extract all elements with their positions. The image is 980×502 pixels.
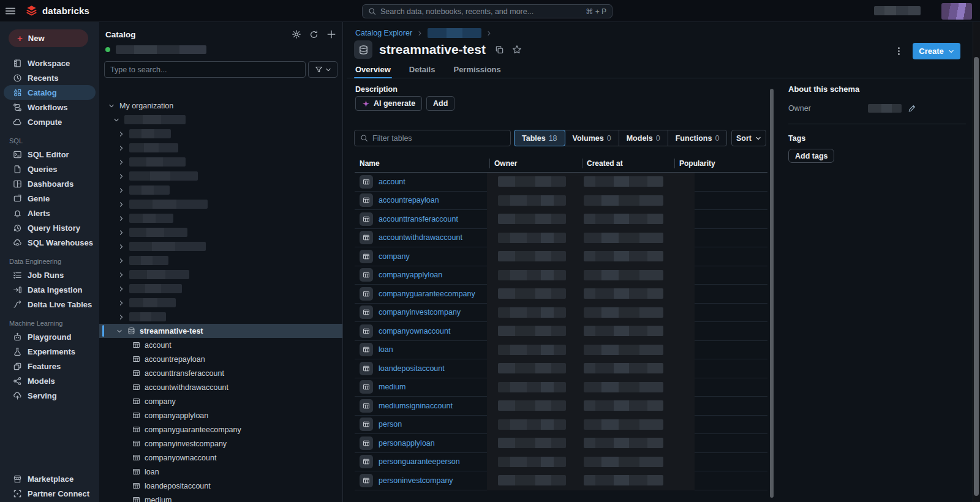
redacted-breadcrumb-item[interactable] [428, 28, 481, 38]
column-header-owner[interactable]: Owner [489, 154, 582, 172]
table-link[interactable]: companyapplyloan [379, 271, 442, 279]
pencil-icon[interactable] [908, 104, 916, 113]
table-link[interactable]: company [379, 252, 410, 261]
table-row[interactable]: medium [355, 378, 767, 397]
tree-item-accounttransferaccount[interactable]: accounttransferaccount [99, 366, 342, 380]
sidebar-item-job-runs[interactable]: Job Runs [4, 268, 96, 282]
tree-item-redacted[interactable] [99, 253, 342, 268]
sidebar-item-sql-warehouses[interactable]: SQL Warehouses [4, 235, 96, 250]
table-link[interactable]: loandepositaccount [379, 364, 445, 373]
tree-search-input[interactable] [110, 66, 300, 74]
table-name-cell[interactable]: loan [355, 341, 489, 359]
table-row[interactable]: companyguaranteecompany [355, 285, 767, 304]
column-header-name[interactable]: Name [355, 154, 489, 172]
table-link[interactable]: loan [379, 345, 393, 354]
table-name-cell[interactable]: medium [355, 378, 489, 397]
tree-item-loandepositaccount[interactable]: loandepositaccount [99, 479, 342, 493]
table-link[interactable]: account [379, 178, 405, 186]
table-link[interactable]: mediumsigninaccount [379, 402, 453, 410]
sidebar-item-query-history[interactable]: Query History [4, 220, 96, 235]
table-name-cell[interactable]: person [355, 416, 489, 434]
tree-search[interactable] [104, 61, 306, 78]
sidebar-item-models[interactable]: Models [4, 373, 96, 388]
column-header-popularity[interactable]: Popularity [674, 154, 767, 172]
table-row[interactable]: company [355, 247, 767, 266]
breadcrumb-catalog-explorer[interactable]: Catalog Explorer [355, 29, 412, 37]
tree-item-companyapplyloan[interactable]: companyapplyloan [99, 408, 342, 422]
new-button[interactable]: + New [9, 29, 88, 47]
table-link[interactable]: person [379, 420, 402, 429]
table-row[interactable]: accountwithdrawaccount [355, 229, 767, 248]
table-link[interactable]: accountrepayloan [379, 196, 439, 204]
table-row[interactable]: accounttransferaccount [355, 210, 767, 229]
hamburger-menu-icon[interactable] [0, 6, 21, 17]
table-link[interactable]: companyinvestcompany [379, 308, 461, 317]
add-catalog-icon[interactable] [326, 29, 336, 39]
table-link[interactable]: companyguaranteecompany [379, 290, 475, 298]
table-name-cell[interactable]: loandepositaccount [355, 359, 489, 378]
tree-item-accountrepayloan[interactable]: accountrepayloan [99, 352, 342, 366]
table-row[interactable]: person [355, 416, 767, 435]
table-link[interactable]: accountwithdrawaccount [379, 233, 462, 242]
tree-item-company[interactable]: company [99, 394, 342, 408]
refresh-icon[interactable] [309, 30, 318, 39]
star-icon[interactable] [512, 45, 522, 54]
table-row[interactable]: personinvestcompany [355, 471, 767, 490]
sidebar-item-partner-connect[interactable]: Partner Connect [4, 486, 96, 501]
table-row[interactable]: account [355, 173, 767, 192]
table-row[interactable]: companyinvestcompany [355, 304, 767, 323]
tree-item-medium[interactable]: medium [99, 493, 342, 502]
sidebar-item-alerts[interactable]: Alerts [4, 206, 96, 220]
tree-item-redacted[interactable] [99, 296, 342, 310]
tree-item-redacted[interactable] [99, 155, 342, 169]
tree-item-redacted[interactable] [99, 282, 342, 296]
table-row[interactable]: accountrepayloan [355, 192, 767, 211]
sidebar-item-delta-live-tables[interactable]: Delta Live Tables [4, 297, 96, 312]
sidebar-item-experiments[interactable]: Experiments [4, 344, 96, 359]
table-link[interactable]: personapplyloan [379, 439, 435, 448]
tree-item-redacted[interactable] [99, 197, 342, 211]
filter-tables-input-wrap[interactable] [354, 130, 511, 146]
column-header-created-at[interactable]: Created at [582, 154, 674, 172]
tree-item-companyguaranteecompany[interactable]: companyguaranteecompany [99, 422, 342, 436]
sort-button[interactable]: Sort [731, 130, 766, 146]
add-description-button[interactable]: Add [426, 96, 454, 111]
table-row[interactable]: mediumsigninaccount [355, 397, 767, 416]
entity-tab-volumes[interactable]: Volumes0 [565, 130, 619, 146]
tree-item-loan[interactable]: loan [99, 465, 342, 479]
create-button[interactable]: Create [913, 43, 960, 59]
table-name-cell[interactable]: personapplyloan [355, 434, 489, 452]
gear-icon[interactable] [292, 29, 301, 39]
tree-item-redacted[interactable] [99, 169, 342, 183]
kebab-menu-icon[interactable] [893, 45, 905, 57]
tree-item-redacted[interactable] [99, 183, 342, 197]
sidebar-item-serving[interactable]: Serving [4, 388, 96, 403]
entity-tab-models[interactable]: Models0 [619, 130, 668, 146]
content-scrollbar[interactable] [770, 89, 774, 498]
table-row[interactable]: companyownaccount [355, 322, 767, 341]
table-link[interactable]: medium [379, 383, 405, 391]
table-name-cell[interactable]: personguaranteeperson [355, 453, 489, 471]
sidebar-item-workflows[interactable]: Workflows [4, 100, 96, 114]
entity-tab-tables[interactable]: Tables18 [514, 130, 565, 146]
sidebar-item-sql-editor[interactable]: SQL Editor [4, 147, 96, 162]
table-link[interactable]: personguaranteeperson [379, 457, 460, 466]
entity-tab-functions[interactable]: Functions0 [668, 130, 728, 146]
table-name-cell[interactable]: companyguaranteecompany [355, 285, 489, 303]
window-scrollbar-thumb[interactable] [974, 57, 979, 496]
sidebar-item-catalog[interactable]: Catalog [4, 85, 96, 100]
table-link[interactable]: personinvestcompany [379, 476, 453, 485]
tree-filter-button[interactable] [308, 61, 337, 78]
ai-generate-button[interactable]: AI generate [355, 96, 422, 111]
table-link[interactable]: accounttransferaccount [379, 215, 458, 223]
tree-item-accountwithdrawaccount[interactable]: accountwithdrawaccount [99, 380, 342, 394]
table-name-cell[interactable]: company [355, 247, 489, 266]
table-name-cell[interactable]: personinvestcompany [355, 471, 489, 490]
sidebar-item-workspace[interactable]: Workspace [4, 56, 96, 70]
table-name-cell[interactable]: companyownaccount [355, 322, 489, 340]
tree-item-redacted[interactable] [99, 211, 342, 225]
tree-item-streamnative-test[interactable]: streamnative-test [99, 324, 342, 338]
databricks-logo[interactable]: databricks [26, 5, 89, 17]
table-name-cell[interactable]: companyinvestcompany [355, 304, 489, 322]
global-search[interactable]: ⌘ + P [362, 4, 612, 18]
